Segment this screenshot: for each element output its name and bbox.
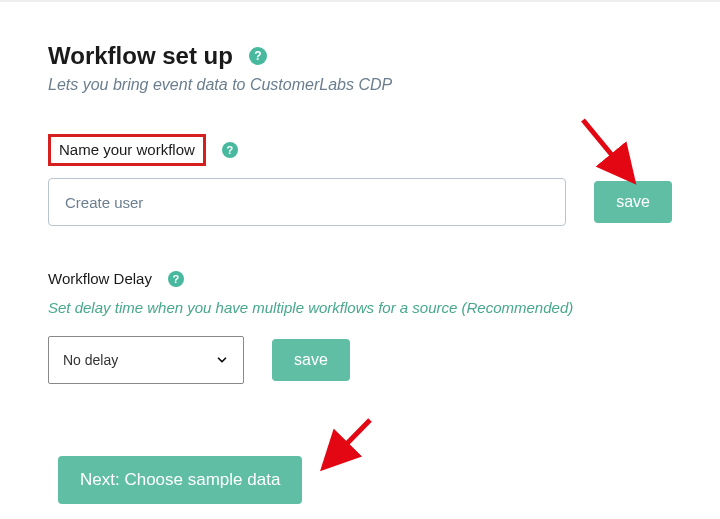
workflow-delay-label: Workflow Delay xyxy=(48,270,152,287)
delay-select[interactable]: No delay xyxy=(48,336,244,384)
save-delay-button[interactable]: save xyxy=(272,339,350,381)
help-icon[interactable]: ? xyxy=(222,142,238,158)
name-workflow-label: Name your workflow xyxy=(59,141,195,158)
help-icon[interactable]: ? xyxy=(168,271,184,287)
next-button[interactable]: Next: Choose sample data xyxy=(58,456,302,504)
page-title: Workflow set up xyxy=(48,42,233,70)
workflow-name-input[interactable] xyxy=(48,178,566,226)
delay-select-value: No delay xyxy=(63,352,118,368)
chevron-down-icon xyxy=(215,353,229,367)
highlight-box: Name your workflow xyxy=(48,134,206,166)
delay-hint: Set delay time when you have multiple wo… xyxy=(48,299,672,316)
help-icon[interactable]: ? xyxy=(249,47,267,65)
page-subtitle: Lets you bring event data to CustomerLab… xyxy=(48,76,672,94)
save-name-button[interactable]: save xyxy=(594,181,672,223)
